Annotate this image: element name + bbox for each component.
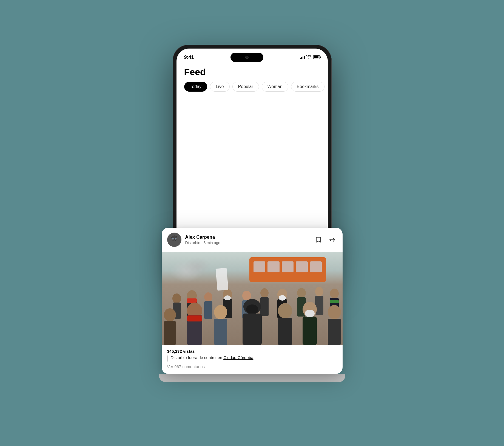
card-meta: Alex Carpena Disturbio · 8 min ago: [185, 235, 310, 245]
svg-rect-41: [303, 317, 317, 345]
svg-rect-44: [164, 321, 176, 345]
svg-rect-39: [187, 315, 202, 321]
svg-point-49: [278, 303, 292, 318]
share-button[interactable]: [327, 235, 337, 245]
location-link[interactable]: Ciudad Córdoba: [223, 355, 253, 360]
tab-woman[interactable]: Woman: [262, 82, 288, 92]
svg-point-4: [172, 238, 173, 239]
wifi-icon: [306, 55, 311, 60]
crowd-scene: [162, 252, 343, 345]
svg-point-42: [305, 310, 315, 317]
card-image: [162, 252, 343, 345]
svg-rect-50: [278, 318, 292, 345]
feed-card: Alex Carpena Disturbio · 8 min ago: [162, 228, 343, 374]
description-text: Disturbio fuera de control en Ciudad Cór…: [171, 355, 254, 360]
svg-rect-36: [243, 314, 262, 345]
share-icon: [329, 236, 335, 243]
svg-point-47: [214, 305, 227, 319]
card-description: Disturbio fuera de control en Ciudad Cór…: [162, 355, 343, 362]
tab-bookmarks[interactable]: Bookmarks: [291, 82, 324, 92]
status-icons: [300, 55, 320, 60]
dynamic-island: [230, 53, 263, 62]
description-plain: Disturbio fuera de control: [171, 355, 218, 360]
card-shadow-bg: [159, 374, 345, 382]
feed-title: Feed: [184, 67, 320, 77]
svg-rect-48: [214, 319, 227, 345]
svg-rect-7: [173, 241, 175, 241]
svg-point-45: [328, 305, 341, 319]
card-stats: 345,232 vistas: [162, 345, 343, 355]
svg-point-43: [164, 308, 176, 321]
bookmark-icon: [315, 236, 322, 243]
card-author: Alex Carpena: [185, 235, 310, 240]
card-comments[interactable]: Ver 967 comentarios: [162, 362, 343, 374]
tab-live[interactable]: Live: [210, 82, 229, 92]
tab-today[interactable]: Today: [184, 82, 207, 92]
svg-point-35: [246, 304, 258, 314]
battery-icon: [313, 55, 320, 59]
svg-rect-46: [328, 319, 341, 345]
filter-tabs: Today Live Popular Woman Bookmarks: [176, 82, 328, 92]
bus-windows: [254, 261, 322, 272]
status-bar: 9:41: [176, 49, 328, 62]
bookmark-button[interactable]: [314, 235, 323, 245]
status-time: 9:41: [184, 55, 194, 60]
svg-point-5: [175, 238, 176, 239]
camera-dot: [245, 56, 249, 59]
avatar: [167, 233, 181, 247]
description-border: [167, 355, 168, 362]
card-actions: [314, 235, 337, 245]
card-header: Alex Carpena Disturbio · 8 min ago: [162, 228, 343, 252]
scene: 9:41: [156, 45, 348, 401]
svg-point-29: [315, 287, 323, 296]
tab-popular[interactable]: Popular: [232, 82, 259, 92]
card-subtitle: Disturbio · 8 min ago: [185, 241, 310, 245]
feed-header: Feed: [176, 62, 328, 77]
signal-icon: [300, 55, 305, 59]
description-preposition: en: [218, 355, 223, 360]
